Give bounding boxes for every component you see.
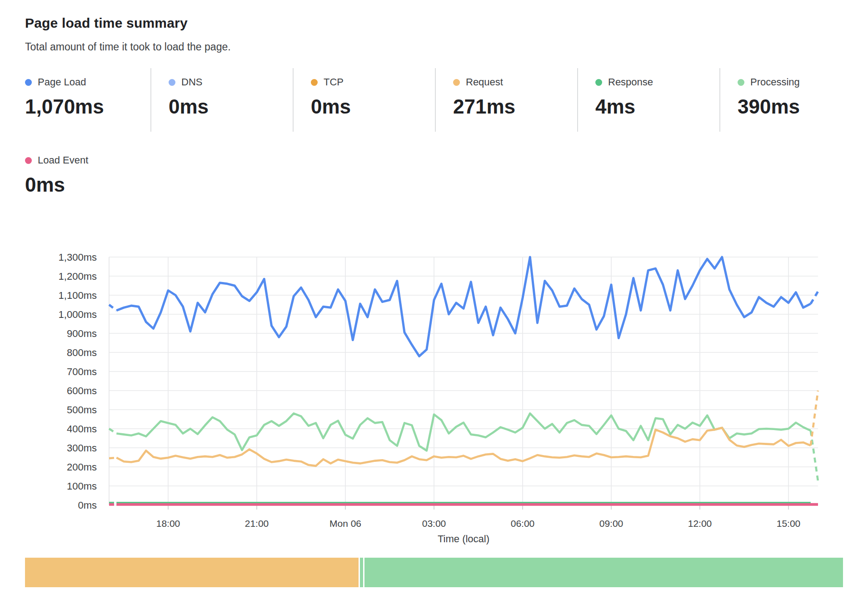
x-axis-label: 09:00 xyxy=(599,518,624,529)
y-axis-label: 700ms xyxy=(67,366,97,377)
metric-label: Processing xyxy=(750,76,800,88)
metric-label: Response xyxy=(608,76,653,88)
page-title: Page load time summary xyxy=(25,15,231,31)
metric-tcp[interactable]: TCP 0ms xyxy=(293,68,435,132)
metric-load-event[interactable]: Load Event 0ms xyxy=(25,146,88,196)
tcp-dot-icon xyxy=(311,79,318,86)
y-axis-label: 500ms xyxy=(67,404,97,416)
metric-label: Page Load xyxy=(38,76,86,88)
page-load-dot-icon xyxy=(25,79,32,86)
metric-value: 0ms xyxy=(311,95,435,118)
x-axis-label: Mon 06 xyxy=(329,518,361,529)
y-axis-label: 300ms xyxy=(67,442,97,454)
metric-label: Load Event xyxy=(38,154,88,166)
request-dot-icon xyxy=(453,79,460,86)
y-axis-label: 400ms xyxy=(67,423,97,435)
metric-label: TCP xyxy=(324,76,344,88)
series-request xyxy=(109,458,116,458)
metric-value: 271ms xyxy=(453,95,577,118)
y-axis-label: 600ms xyxy=(67,385,97,396)
x-axis-label: 21:00 xyxy=(245,518,269,529)
y-axis-label: 1,200ms xyxy=(59,271,97,282)
metric-response[interactable]: Response 4ms xyxy=(577,68,719,132)
y-axis-label: 1,000ms xyxy=(59,309,97,320)
status-segment-processing[interactable] xyxy=(364,558,843,587)
metrics-row: Page Load 1,070ms DNS 0ms TCP 0ms Reques… xyxy=(25,68,862,132)
y-axis-label: 900ms xyxy=(67,328,97,339)
response-dot-icon xyxy=(595,79,602,86)
x-axis-label: 06:00 xyxy=(511,518,535,529)
y-axis-label: 1,300ms xyxy=(59,252,97,263)
series-page-load xyxy=(109,305,116,311)
load-event-dot-icon xyxy=(25,157,32,164)
y-axis-label: 1,100ms xyxy=(59,290,97,301)
series-request xyxy=(116,428,811,466)
status-timeline-bar[interactable] xyxy=(25,558,843,587)
y-axis-label: 200ms xyxy=(67,461,97,473)
metric-value: 4ms xyxy=(595,95,719,118)
series-page-load xyxy=(116,257,811,356)
chart-header: Page load time summary Total amount of t… xyxy=(25,15,231,53)
x-axis-title: Time (local) xyxy=(438,533,489,545)
metric-label: Request xyxy=(466,76,503,88)
series-processing xyxy=(109,429,116,434)
x-axis-label: 03:00 xyxy=(422,518,446,529)
y-axis-label: 0ms xyxy=(78,500,97,511)
status-segment-request[interactable] xyxy=(25,558,359,587)
metric-dns[interactable]: DNS 0ms xyxy=(150,68,293,132)
y-axis-label: 800ms xyxy=(67,347,97,358)
metric-page-load[interactable]: Page Load 1,070ms xyxy=(25,68,150,132)
status-segment-response[interactable] xyxy=(360,558,363,587)
series-processing xyxy=(811,431,818,481)
x-axis-label: 18:00 xyxy=(156,518,180,529)
x-axis-label: 12:00 xyxy=(688,518,712,529)
dns-dot-icon xyxy=(169,79,175,86)
metric-value: 390ms xyxy=(738,95,862,118)
page-subtitle: Total amount of time it took to load the… xyxy=(25,41,231,53)
series-request xyxy=(811,391,818,446)
metric-label: DNS xyxy=(181,76,202,88)
metric-value: 1,070ms xyxy=(25,95,150,118)
series-page-load xyxy=(811,292,818,304)
metric-processing[interactable]: Processing 390ms xyxy=(719,68,862,132)
metric-value: 0ms xyxy=(169,95,293,118)
processing-dot-icon xyxy=(738,79,744,86)
metric-request[interactable]: Request 271ms xyxy=(435,68,577,132)
metric-value: 0ms xyxy=(25,173,88,196)
x-axis-label: 15:00 xyxy=(777,518,801,529)
y-axis-label: 100ms xyxy=(67,480,97,492)
load-time-chart-canvas[interactable]: 0ms100ms200ms300ms400ms500ms600ms700ms80… xyxy=(0,195,868,559)
load-time-chart[interactable]: 0ms100ms200ms300ms400ms500ms600ms700ms80… xyxy=(0,195,868,559)
